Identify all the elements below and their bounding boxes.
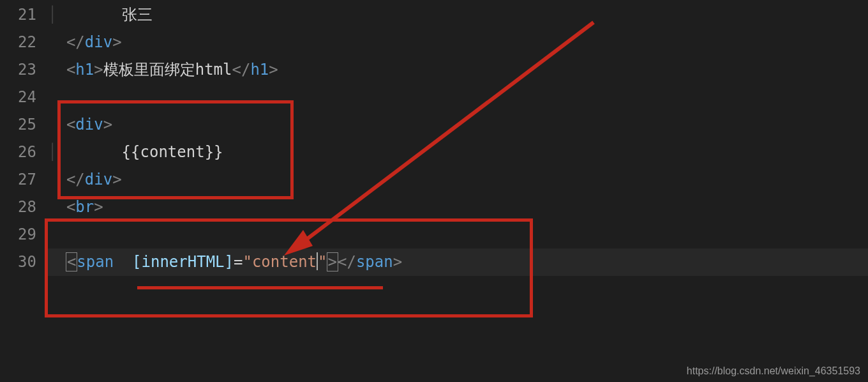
code-line-28[interactable]: <br>: [48, 194, 868, 221]
code-area[interactable]: │ 张三 </div> <h1>模板里面绑定html</h1> <div> │ …: [48, 0, 868, 382]
line-number: 25: [0, 111, 36, 139]
line-number: 27: [0, 166, 36, 194]
line-number: 30: [0, 248, 36, 276]
line-number-gutter: 21 22 23 24 25 26 27 28 29 30: [0, 0, 48, 382]
code-line-21[interactable]: │ 张三: [48, 1, 868, 29]
code-line-30[interactable]: <span [innerHTML]="content"></span>: [48, 248, 868, 276]
line-number: 29: [0, 221, 36, 248]
annotation-underline: [137, 286, 383, 289]
code-line-27[interactable]: </div>: [48, 166, 868, 194]
code-line-24[interactable]: [48, 84, 868, 111]
text-cursor: [317, 252, 318, 270]
line-number: 21: [0, 1, 36, 29]
line-number: 22: [0, 29, 36, 56]
line-number: 26: [0, 139, 36, 166]
line-number: 23: [0, 56, 36, 84]
line-number: 28: [0, 194, 36, 221]
code-line-25[interactable]: <div>: [48, 111, 868, 139]
code-line-22[interactable]: </div>: [48, 29, 868, 56]
code-editor[interactable]: 21 22 23 24 25 26 27 28 29 30 │ 张三 </div…: [0, 0, 868, 382]
watermark: https://blog.csdn.net/weixin_46351593: [687, 365, 860, 377]
code-line-23[interactable]: <h1>模板里面绑定html</h1>: [48, 56, 868, 84]
code-line-29[interactable]: [48, 221, 868, 248]
code-line-26[interactable]: │ {{content}}: [48, 139, 868, 166]
line-number: 24: [0, 84, 36, 111]
